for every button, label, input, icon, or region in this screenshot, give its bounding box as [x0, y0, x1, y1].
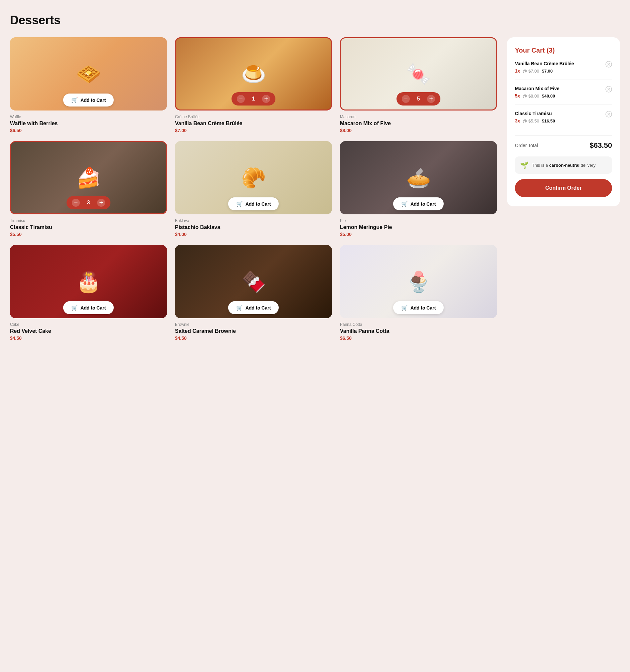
cart-item-qty-0: 1x — [515, 68, 520, 74]
quantity-control-creme-brulee: −1+ — [231, 92, 275, 105]
increment-button-creme-brulee[interactable]: + — [262, 95, 270, 103]
page-title: Desserts — [10, 13, 620, 27]
product-price-red-velvet: $4.50 — [10, 336, 167, 341]
order-total-value: $63.50 — [590, 141, 612, 150]
add-to-cart-button-brownie[interactable]: 🛒Add to Cart — [228, 301, 279, 314]
product-image-creme-brulee: 🍮−1+ — [175, 37, 332, 111]
add-to-cart-button-baklava[interactable]: 🛒Add to Cart — [228, 197, 279, 210]
product-card-panna-cotta: 🍨🛒Add to CartPanna CottaVanilla Panna Co… — [340, 245, 497, 341]
product-image-waffle: 🧇🛒Add to Cart — [10, 37, 167, 111]
cart-item-details-0: 1x@ $7.00$7.00 — [515, 68, 612, 74]
products-section: 🧇🛒Add to CartWaffleWaffle with Berries$6… — [10, 37, 497, 341]
product-name-panna-cotta: Vanilla Panna Cotta — [340, 328, 497, 334]
product-card-red-velvet: 🎂🛒Add to CartCakeRed Velvet Cake$4.50 — [10, 245, 167, 341]
cart-remove-button-0[interactable] — [605, 61, 612, 69]
cart-item-name-2: Classic Tiramisu — [515, 111, 612, 116]
cart-icon-baklava: 🛒 — [236, 201, 243, 207]
main-layout: 🧇🛒Add to CartWaffleWaffle with Berries$6… — [10, 37, 620, 341]
product-price-lemon-pie: $5.00 — [340, 232, 497, 237]
cart-icon-lemon-pie: 🛒 — [401, 201, 408, 207]
product-image-red-velvet: 🎂🛒Add to Cart — [10, 245, 167, 318]
cart-remove-button-2[interactable] — [605, 111, 612, 119]
cart-item-unit-price-0: @ $7.00 — [523, 69, 539, 74]
quantity-value-macaron: 5 — [415, 96, 422, 102]
product-price-brownie: $4.50 — [175, 336, 332, 341]
product-image-lemon-pie: 🥧🛒Add to Cart — [340, 141, 497, 214]
product-name-waffle: Waffle with Berries — [10, 120, 167, 126]
cart-item-total-2: $16.50 — [542, 119, 555, 123]
product-name-lemon-pie: Lemon Meringue Pie — [340, 224, 497, 230]
decrement-button-macaron[interactable]: − — [402, 95, 410, 103]
product-card-lemon-pie: 🥧🛒Add to CartPieLemon Meringue Pie$5.00 — [340, 141, 497, 237]
add-to-cart-button-panna-cotta[interactable]: 🛒Add to Cart — [393, 301, 444, 314]
cart-item-1: Macaron Mix of Five5x@ $8.00$40.00 — [515, 86, 612, 105]
product-card-brownie: 🍫🛒Add to CartBrownieSalted Caramel Brown… — [175, 245, 332, 341]
cart-icon-red-velvet: 🛒 — [71, 305, 78, 311]
product-category-panna-cotta: Panna Cotta — [340, 322, 497, 327]
order-total-label: Order Total — [515, 143, 538, 148]
product-category-macaron: Macaron — [340, 115, 497, 119]
product-category-baklava: Baklava — [175, 218, 332, 223]
add-to-cart-button-waffle[interactable]: 🛒Add to Cart — [63, 94, 114, 106]
product-category-red-velvet: Cake — [10, 322, 167, 327]
cart-icon-brownie: 🛒 — [236, 305, 243, 311]
product-category-brownie: Brownie — [175, 322, 332, 327]
add-to-cart-label-baklava: Add to Cart — [246, 201, 271, 207]
add-to-cart-label-waffle: Add to Cart — [80, 98, 106, 103]
product-card-macaron: 🍬−5+MacaronMacaron Mix of Five$8.00 — [340, 37, 497, 133]
product-category-lemon-pie: Pie — [340, 218, 497, 223]
product-category-tiramisu: Tiramisu — [10, 218, 167, 223]
quantity-control-macaron: −5+ — [397, 92, 440, 105]
product-card-creme-brulee: 🍮−1+Crème BrûléeVanilla Bean Crème Brûlé… — [175, 37, 332, 133]
decrement-button-tiramisu[interactable]: − — [72, 199, 80, 207]
carbon-neutral-text: This is a carbon-neutral delivery — [532, 163, 596, 168]
product-card-tiramisu: 🍰−3+TiramisuClassic Tiramisu$5.50 — [10, 141, 167, 237]
decrement-button-creme-brulee[interactable]: − — [237, 95, 245, 103]
quantity-value-creme-brulee: 1 — [250, 96, 257, 102]
increment-button-macaron[interactable]: + — [427, 95, 435, 103]
product-image-baklava: 🥐🛒Add to Cart — [175, 141, 332, 214]
product-image-macaron: 🍬−5+ — [340, 37, 497, 111]
cart-title: Your Cart (3) — [515, 47, 612, 54]
order-total-row: Order Total $63.50 — [515, 136, 612, 150]
product-card-baklava: 🥐🛒Add to CartBaklavaPistachio Baklava$4.… — [175, 141, 332, 237]
carbon-neutral-badge: 🌱 This is a carbon-neutral delivery — [515, 157, 612, 174]
product-price-tiramisu: $5.50 — [10, 232, 167, 237]
product-image-brownie: 🍫🛒Add to Cart — [175, 245, 332, 318]
products-grid: 🧇🛒Add to CartWaffleWaffle with Berries$6… — [10, 37, 497, 341]
product-name-red-velvet: Red Velvet Cake — [10, 328, 167, 334]
cart-remove-button-1[interactable] — [605, 86, 612, 94]
cart-item-details-2: 3x@ $5.50$16.50 — [515, 118, 612, 123]
product-price-waffle: $6.50 — [10, 128, 167, 133]
confirm-order-button[interactable]: Confirm Order — [515, 179, 612, 197]
product-image-tiramisu: 🍰−3+ — [10, 141, 167, 214]
cart-item-0: Vanilla Bean Crème Brûlée1x@ $7.00$7.00 — [515, 61, 612, 80]
add-to-cart-button-red-velvet[interactable]: 🛒Add to Cart — [63, 301, 114, 314]
add-to-cart-label-brownie: Add to Cart — [246, 305, 271, 311]
quantity-control-tiramisu: −3+ — [67, 196, 110, 209]
cart-item-name-1: Macaron Mix of Five — [515, 86, 612, 91]
cart-item-2: Classic Tiramisu3x@ $5.50$16.50 — [515, 111, 612, 129]
product-price-creme-brulee: $7.00 — [175, 128, 332, 133]
cart-item-qty-2: 3x — [515, 118, 520, 123]
leaf-icon: 🌱 — [520, 161, 529, 169]
add-to-cart-label-panna-cotta: Add to Cart — [410, 305, 436, 311]
cart-item-total-0: $7.00 — [542, 69, 553, 74]
product-price-baklava: $4.00 — [175, 232, 332, 237]
cart-item-unit-price-2: @ $5.50 — [523, 119, 539, 123]
add-to-cart-label-lemon-pie: Add to Cart — [410, 201, 436, 207]
add-to-cart-button-lemon-pie[interactable]: 🛒Add to Cart — [393, 197, 444, 210]
cart-item-unit-price-1: @ $8.00 — [523, 94, 539, 98]
product-image-panna-cotta: 🍨🛒Add to Cart — [340, 245, 497, 318]
cart-item-details-1: 5x@ $8.00$40.00 — [515, 93, 612, 98]
product-name-baklava: Pistachio Baklava — [175, 224, 332, 230]
product-name-brownie: Salted Caramel Brownie — [175, 328, 332, 334]
cart-item-qty-1: 5x — [515, 93, 520, 98]
product-category-creme-brulee: Crème Brûlée — [175, 115, 332, 119]
cart-panel: Your Cart (3) Vanilla Bean Crème Brûlée1… — [507, 37, 620, 206]
product-name-macaron: Macaron Mix of Five — [340, 120, 497, 126]
cart-item-name-0: Vanilla Bean Crème Brûlée — [515, 61, 612, 66]
product-name-creme-brulee: Vanilla Bean Crème Brûlée — [175, 120, 332, 126]
cart-icon-panna-cotta: 🛒 — [401, 305, 408, 311]
increment-button-tiramisu[interactable]: + — [97, 199, 105, 207]
